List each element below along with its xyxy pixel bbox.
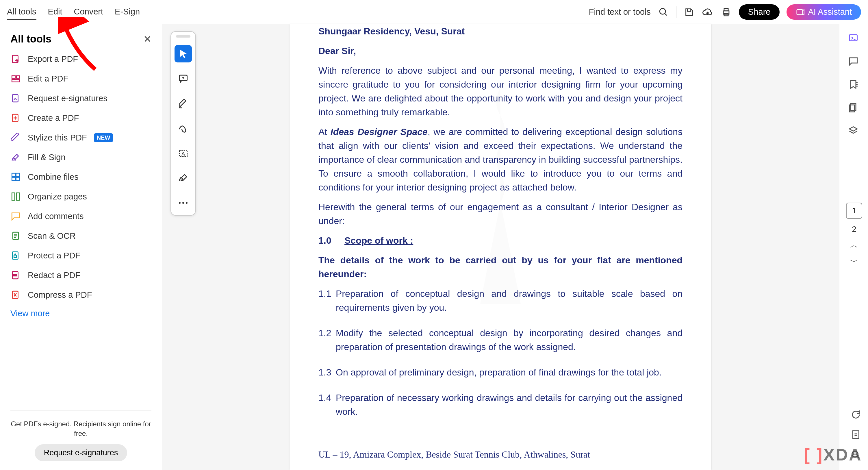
svg-rect-12 [12,173,15,176]
save-icon[interactable] [683,6,695,18]
doc-address: Shungaar Residency, Vesu, Surat [318,24,682,38]
draw-tool-icon[interactable] [175,120,192,137]
xda-watermark: [ ]XDA [804,445,862,464]
find-label[interactable]: Find text or tools [589,7,651,17]
comments-icon [10,211,21,222]
svg-rect-15 [16,177,19,180]
sign-tool-icon[interactable] [175,169,192,187]
svg-rect-10 [12,94,18,102]
panel-layers-icon[interactable] [848,125,860,137]
fit-page-icon[interactable] [851,430,862,441]
menu-esign[interactable]: E-Sign [115,4,140,20]
svg-rect-8 [12,80,19,82]
organize-icon [10,192,21,202]
menu-all-tools[interactable]: All tools [7,4,36,20]
svg-rect-16 [12,193,15,200]
tool-create-pdf[interactable]: Create a PDF [10,113,151,123]
svg-rect-5 [797,9,803,15]
signature-icon [10,93,21,104]
svg-rect-7 [12,76,15,78]
panel-ai-icon[interactable] [848,33,860,45]
combine-icon [10,172,21,182]
scan-icon [10,231,21,241]
all-tools-panel: All tools ✕ Export a PDF Edit a PDF Requ… [0,24,162,470]
search-icon[interactable] [658,6,669,18]
request-esignatures-button[interactable]: Request e-signatures [35,444,127,461]
menu-convert[interactable]: Convert [74,4,103,20]
tool-export-pdf[interactable]: Export a PDF [10,54,151,64]
comment-tool-icon[interactable] [175,70,192,87]
svg-point-29 [186,202,188,204]
page-other[interactable]: 2 [852,225,857,234]
right-rail: 1 2 ︿ ﹀ [839,24,868,470]
view-more-link[interactable]: View more [10,309,151,318]
svg-rect-3 [724,8,728,11]
cloud-icon[interactable] [702,6,713,18]
doc-item-14: 1.4Preparation of necessary working draw… [318,391,682,424]
tool-stylize-pdf[interactable]: Stylize this PDFNEW [10,133,151,143]
close-icon[interactable]: ✕ [143,33,151,45]
document-viewport: A Shungaar Residency, Vesu, Surat Dear S… [162,24,839,470]
protect-icon [10,250,21,261]
top-toolbar: All tools Edit Convert E-Sign Find text … [0,0,868,24]
svg-rect-14 [12,177,15,180]
svg-rect-30 [849,35,857,41]
new-badge: NEW [94,133,113,142]
quick-tools-toolbar[interactable]: A [170,31,196,216]
print-icon[interactable] [720,6,732,18]
svg-rect-20 [14,255,17,258]
svg-point-27 [179,202,181,204]
rotate-icon[interactable] [851,409,862,421]
page-current[interactable]: 1 [846,203,862,219]
tool-protect-pdf[interactable]: Protect a PDF [10,250,151,261]
watermark-icon [428,72,573,333]
panel-comments-icon[interactable] [848,56,860,68]
tool-add-comments[interactable]: Add comments [10,211,151,222]
redact-icon [10,270,21,281]
page-up-icon[interactable]: ︿ [850,240,858,251]
doc-footer-address: UL – 19, Amizara Complex, Beside Surat T… [318,447,682,461]
fillsign-icon [10,152,21,163]
tool-scan-ocr[interactable]: Scan & OCR [10,231,151,241]
sidebar-title: All tools [10,33,52,45]
svg-point-0 [660,8,665,14]
sidebar-footer-text: Get PDFs e-signed. Recipients sign onlin… [10,419,151,439]
share-button[interactable]: Share [739,4,780,20]
create-icon [10,113,21,123]
menu-edit[interactable]: Edit [48,4,62,20]
svg-rect-17 [17,193,19,200]
svg-point-28 [182,202,184,204]
highlight-tool-icon[interactable] [175,95,192,112]
pdf-page: Shungaar Residency, Vesu, Surat Dear Sir… [289,24,711,470]
export-icon [10,54,21,64]
drag-handle[interactable] [176,35,190,37]
doc-salutation: Dear Sir, [318,44,682,58]
tool-request-esignatures[interactable]: Request e-signatures [10,93,151,104]
tool-compress-pdf[interactable]: Compress a PDF [10,290,151,300]
ai-assistant-button[interactable]: AI Assistant [786,4,861,20]
compress-icon [10,290,21,300]
tool-edit-pdf[interactable]: Edit a PDF [10,74,151,84]
svg-text:A: A [182,151,185,157]
textbox-tool-icon[interactable]: A [175,145,192,162]
svg-line-1 [664,13,666,15]
tool-combine-files[interactable]: Combine files [10,172,151,182]
page-down-icon[interactable]: ﹀ [850,256,858,267]
svg-rect-13 [16,173,19,176]
svg-rect-22 [13,274,17,276]
svg-rect-9 [17,76,19,78]
panel-pages-icon[interactable] [848,102,860,114]
doc-item-13: 1.3On approval of preliminary design, pr… [318,365,682,385]
select-tool-icon[interactable] [175,45,192,62]
edit-icon [10,74,21,84]
tool-fill-sign[interactable]: Fill & Sign [10,152,151,163]
tool-organize-pages[interactable]: Organize pages [10,192,151,202]
more-tools-icon[interactable] [175,194,192,212]
doc-footer-contact: Tel : 9824144075, Email: ideasdesignersp… [318,467,682,470]
stylize-icon [10,133,21,143]
svg-rect-33 [853,431,859,439]
tool-redact-pdf[interactable]: Redact a PDF [10,270,151,281]
panel-bookmarks-icon[interactable] [848,79,860,91]
